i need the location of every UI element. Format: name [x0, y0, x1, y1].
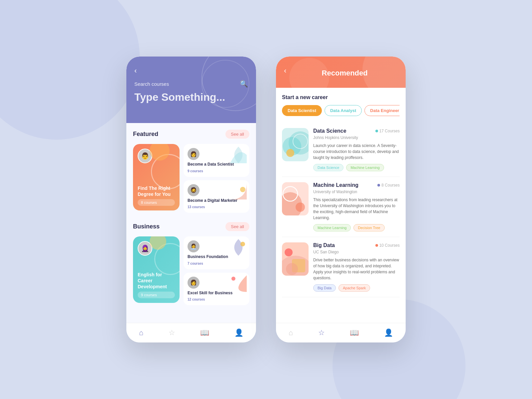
- nav2-home[interactable]: ⌂: [289, 329, 293, 337]
- course-name-bd: Big Data: [313, 242, 335, 248]
- search-label: Search courses: [134, 81, 169, 87]
- course-thumbnail-ml: [282, 182, 309, 215]
- nav2-courses[interactable]: 📖: [350, 329, 359, 337]
- recommended-back-button[interactable]: ‹: [284, 66, 286, 75]
- course-info-ml: Machine Learning 8 Courses University of…: [313, 182, 400, 231]
- course-count-bd: 10 Courses: [375, 243, 400, 248]
- career-title: Start a new career: [282, 94, 400, 100]
- featured-main-title: Find The Right Degree for You: [138, 185, 175, 197]
- course-count-ds: 17 Courses: [375, 129, 400, 133]
- nav2-favorites[interactable]: ☆: [318, 329, 325, 337]
- nav-home[interactable]: ⌂: [139, 329, 143, 337]
- course-name-row-ds: Data Science 17 Courses: [313, 128, 400, 134]
- svg-point-6: [286, 149, 294, 157]
- course-university-ml: University of Washington: [313, 190, 400, 194]
- small-card-deco-0: [230, 147, 247, 163]
- business-small-card-0[interactable]: 👩‍💼 Business Foundation 7 courses: [184, 236, 249, 269]
- course-desc-ds: Launch your career in data science. A Se…: [313, 143, 400, 161]
- svg-point-14: [285, 248, 293, 256]
- phone-search: ‹ Search courses 🔍 Type Something... Fea…: [126, 57, 256, 342]
- course-name-row-ml: Machine Learning 8 Courses: [313, 182, 400, 188]
- dot-bd: [375, 244, 378, 247]
- business-main-courses: 9 courses: [138, 292, 175, 298]
- search-icon[interactable]: 🔍: [240, 80, 248, 88]
- thumb-svg-bd: [282, 242, 309, 276]
- chip-data-engineer[interactable]: Data Engineer: [364, 105, 400, 116]
- svg-point-11: [296, 202, 305, 212]
- nav-favorites[interactable]: ☆: [169, 329, 175, 337]
- course-count-ml: 8 Courses: [377, 183, 400, 188]
- featured-main-avatar: 👨: [138, 149, 152, 163]
- course-name-ml: Machine Learning: [313, 182, 358, 188]
- dot-ds: [375, 130, 378, 132]
- course-name-row-bd: Big Data 10 Courses: [313, 242, 400, 248]
- tag-data-science[interactable]: Data Science: [313, 164, 343, 171]
- tag-machine-learning[interactable]: Machine Learning: [313, 224, 351, 231]
- small-card-deco-1: [230, 183, 247, 200]
- business-main-avatar: 🧕: [138, 241, 152, 256]
- course-thumbnail-bd: [282, 242, 309, 276]
- search-header: ‹ Search courses 🔍 Type Something...: [126, 57, 256, 123]
- small-card-courses-1: 13 courses: [188, 205, 245, 209]
- course-tags-ds: Data Science Machine Learning: [313, 164, 400, 171]
- course-big-data[interactable]: Big Data 10 Courses UC San Diego Drive b…: [282, 237, 400, 297]
- business-title: Business: [133, 223, 160, 230]
- course-data-science[interactable]: Data Science 17 Courses Johns Hopkins Un…: [282, 123, 400, 177]
- search-placeholder: Type Something...: [134, 91, 248, 103]
- nav-courses[interactable]: 📖: [200, 329, 209, 337]
- course-tags-bd: Big Data Apache Spark: [313, 284, 400, 292]
- phone1-body: Featured See all 👨 Find The Right Degree…: [126, 123, 256, 323]
- featured-small-card-1[interactable]: 🧔 Become a Digital Marketer 13 courses: [184, 180, 249, 213]
- thumb-svg-ds: [282, 128, 309, 161]
- nav2-profile[interactable]: 👤: [384, 329, 393, 337]
- filter-chips: Data Scientist Data Analyst Data Enginee…: [282, 105, 400, 116]
- course-university-bd: UC San Diego: [313, 250, 400, 254]
- business-cards: 🧕 English for Career Development 9 cours…: [133, 236, 249, 305]
- tag-machine-learning-ds[interactable]: Machine Learning: [346, 164, 384, 171]
- small-card-avatar-0: 👩: [188, 148, 200, 160]
- phone-recommended: ‹ Recomended Start a new career Data Sci…: [276, 57, 406, 342]
- thumb-svg-ml: [282, 182, 309, 215]
- business-small-card-1[interactable]: 👩 Excel Skill for Business 12 courses: [184, 273, 249, 306]
- nav-profile[interactable]: 👤: [234, 329, 243, 337]
- course-name-ds: Data Science: [313, 128, 346, 134]
- svg-point-16: [286, 263, 298, 275]
- featured-see-all[interactable]: See all: [225, 130, 249, 139]
- course-university-ds: Johns Hopkins University: [313, 135, 400, 140]
- business-main-card[interactable]: 🧕 English for Career Development 9 cours…: [133, 236, 180, 303]
- business-see-all[interactable]: See all: [225, 222, 249, 231]
- featured-small-card-0[interactable]: 👩 Become a Data Scientist 9 courses: [184, 144, 249, 177]
- course-info-bd: Big Data 10 Courses UC San Diego Drive b…: [313, 242, 400, 292]
- course-tags-ml: Machine Learning Decision Tree: [313, 224, 400, 231]
- tag-big-data[interactable]: Big Data: [313, 284, 336, 292]
- featured-small-cards: 👩 Become a Data Scientist 9 courses 🧔: [184, 144, 249, 213]
- tag-decision-tree[interactable]: Decision Tree: [353, 224, 384, 231]
- course-desc-bd: Drive better business decisions with an …: [313, 257, 400, 281]
- phone2-body: Start a new career Data Scientist Data A…: [276, 88, 406, 323]
- business-small-cards: 👩‍💼 Business Foundation 7 courses 👩: [184, 236, 249, 305]
- featured-section-header: Featured See all: [133, 130, 249, 139]
- small-card-courses-0: 9 courses: [188, 169, 245, 173]
- course-desc-ml: This specializations from leading resear…: [313, 197, 400, 221]
- phones-container: ‹ Search courses 🔍 Type Something... Fea…: [126, 57, 406, 342]
- course-info-ds: Data Science 17 Courses Johns Hopkins Un…: [313, 128, 400, 171]
- tag-apache-spark[interactable]: Apache Spark: [338, 284, 370, 292]
- svg-point-0: [240, 187, 245, 192]
- course-thumbnail-ds: [282, 128, 309, 161]
- business-small-avatar-0: 👩‍💼: [188, 240, 200, 252]
- business-deco-0: [230, 239, 247, 256]
- recommended-header: ‹ Recomended: [276, 57, 406, 88]
- featured-title: Featured: [133, 131, 158, 138]
- featured-main-card[interactable]: 👨 Find The Right Degree for You 8 course…: [133, 144, 180, 210]
- business-small-avatar-1: 👩: [188, 277, 200, 289]
- course-machine-learning[interactable]: Machine Learning 8 Courses University of…: [282, 177, 400, 237]
- chip-data-analyst[interactable]: Data Analyst: [325, 105, 362, 116]
- svg-point-2: [231, 277, 235, 281]
- featured-cards: 👨 Find The Right Degree for You 8 course…: [133, 144, 249, 213]
- business-small-courses-0: 7 courses: [188, 262, 245, 265]
- back-button[interactable]: ‹: [134, 66, 137, 75]
- svg-point-1: [240, 242, 245, 246]
- small-card-avatar-1: 🧔: [188, 184, 200, 196]
- featured-main-courses: 8 courses: [138, 199, 175, 206]
- chip-data-scientist[interactable]: Data Scientist: [282, 105, 322, 116]
